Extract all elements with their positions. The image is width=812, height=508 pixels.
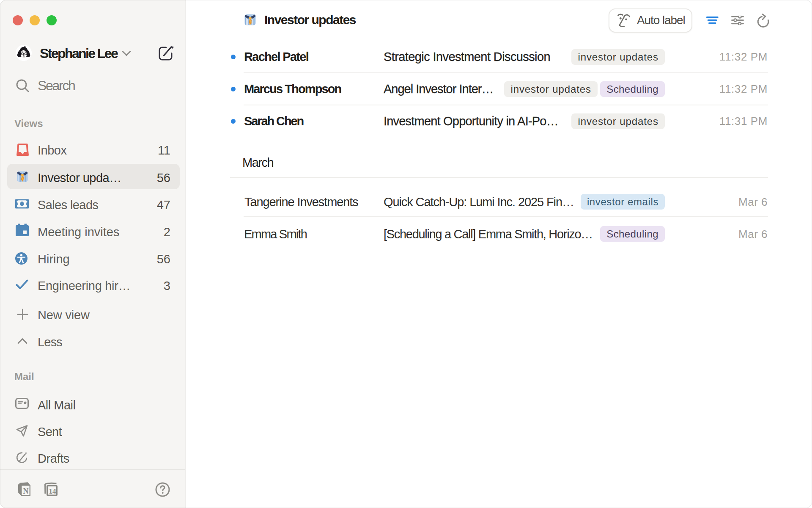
svg-text:14: 14: [49, 487, 57, 495]
svg-text:N: N: [23, 487, 29, 495]
